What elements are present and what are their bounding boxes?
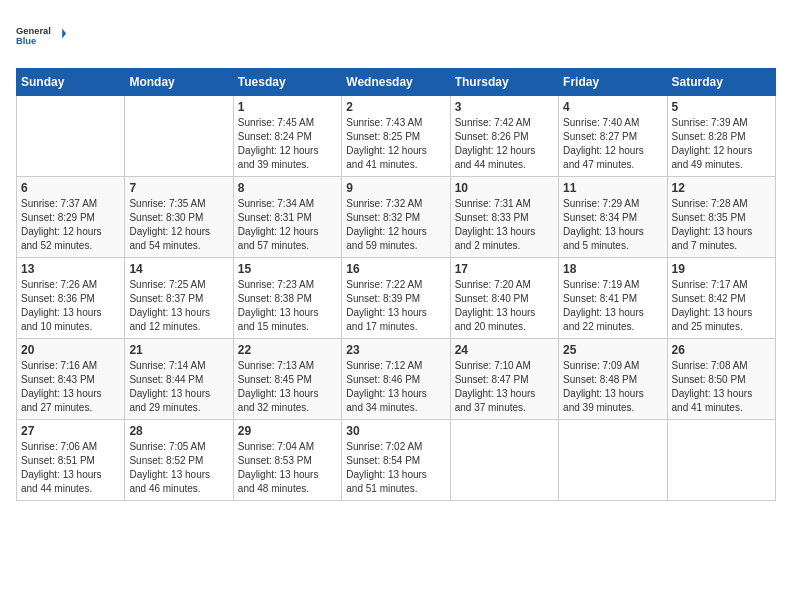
calendar-cell: 11Sunrise: 7:29 AM Sunset: 8:34 PM Dayli…	[559, 177, 667, 258]
svg-marker-2	[62, 29, 66, 39]
day-number: 17	[455, 262, 554, 276]
calendar-cell: 26Sunrise: 7:08 AM Sunset: 8:50 PM Dayli…	[667, 339, 775, 420]
calendar-cell: 3Sunrise: 7:42 AM Sunset: 8:26 PM Daylig…	[450, 96, 558, 177]
day-info: Sunrise: 7:09 AM Sunset: 8:48 PM Dayligh…	[563, 359, 662, 415]
calendar-cell: 24Sunrise: 7:10 AM Sunset: 8:47 PM Dayli…	[450, 339, 558, 420]
col-header-saturday: Saturday	[667, 69, 775, 96]
calendar-week-row: 13Sunrise: 7:26 AM Sunset: 8:36 PM Dayli…	[17, 258, 776, 339]
calendar-cell: 15Sunrise: 7:23 AM Sunset: 8:38 PM Dayli…	[233, 258, 341, 339]
calendar-cell: 7Sunrise: 7:35 AM Sunset: 8:30 PM Daylig…	[125, 177, 233, 258]
calendar-cell: 16Sunrise: 7:22 AM Sunset: 8:39 PM Dayli…	[342, 258, 450, 339]
day-info: Sunrise: 7:20 AM Sunset: 8:40 PM Dayligh…	[455, 278, 554, 334]
calendar-cell: 1Sunrise: 7:45 AM Sunset: 8:24 PM Daylig…	[233, 96, 341, 177]
day-number: 4	[563, 100, 662, 114]
logo-svg: General Blue	[16, 16, 66, 56]
calendar-cell: 6Sunrise: 7:37 AM Sunset: 8:29 PM Daylig…	[17, 177, 125, 258]
day-number: 7	[129, 181, 228, 195]
day-info: Sunrise: 7:31 AM Sunset: 8:33 PM Dayligh…	[455, 197, 554, 253]
day-number: 22	[238, 343, 337, 357]
calendar-cell: 17Sunrise: 7:20 AM Sunset: 8:40 PM Dayli…	[450, 258, 558, 339]
calendar-cell: 22Sunrise: 7:13 AM Sunset: 8:45 PM Dayli…	[233, 339, 341, 420]
day-number: 25	[563, 343, 662, 357]
calendar-cell: 30Sunrise: 7:02 AM Sunset: 8:54 PM Dayli…	[342, 420, 450, 501]
calendar-table: SundayMondayTuesdayWednesdayThursdayFrid…	[16, 68, 776, 501]
calendar-cell: 21Sunrise: 7:14 AM Sunset: 8:44 PM Dayli…	[125, 339, 233, 420]
day-info: Sunrise: 7:34 AM Sunset: 8:31 PM Dayligh…	[238, 197, 337, 253]
calendar-cell: 29Sunrise: 7:04 AM Sunset: 8:53 PM Dayli…	[233, 420, 341, 501]
day-number: 29	[238, 424, 337, 438]
day-number: 12	[672, 181, 771, 195]
day-info: Sunrise: 7:32 AM Sunset: 8:32 PM Dayligh…	[346, 197, 445, 253]
day-info: Sunrise: 7:16 AM Sunset: 8:43 PM Dayligh…	[21, 359, 120, 415]
calendar-cell: 12Sunrise: 7:28 AM Sunset: 8:35 PM Dayli…	[667, 177, 775, 258]
day-number: 9	[346, 181, 445, 195]
day-info: Sunrise: 7:23 AM Sunset: 8:38 PM Dayligh…	[238, 278, 337, 334]
day-info: Sunrise: 7:37 AM Sunset: 8:29 PM Dayligh…	[21, 197, 120, 253]
logo: General Blue	[16, 16, 66, 56]
calendar-cell	[667, 420, 775, 501]
calendar-cell: 27Sunrise: 7:06 AM Sunset: 8:51 PM Dayli…	[17, 420, 125, 501]
day-info: Sunrise: 7:40 AM Sunset: 8:27 PM Dayligh…	[563, 116, 662, 172]
day-info: Sunrise: 7:12 AM Sunset: 8:46 PM Dayligh…	[346, 359, 445, 415]
calendar-cell: 25Sunrise: 7:09 AM Sunset: 8:48 PM Dayli…	[559, 339, 667, 420]
calendar-header-row: SundayMondayTuesdayWednesdayThursdayFrid…	[17, 69, 776, 96]
day-number: 28	[129, 424, 228, 438]
day-info: Sunrise: 7:06 AM Sunset: 8:51 PM Dayligh…	[21, 440, 120, 496]
col-header-friday: Friday	[559, 69, 667, 96]
day-number: 5	[672, 100, 771, 114]
day-number: 18	[563, 262, 662, 276]
day-number: 1	[238, 100, 337, 114]
calendar-cell: 19Sunrise: 7:17 AM Sunset: 8:42 PM Dayli…	[667, 258, 775, 339]
calendar-cell: 2Sunrise: 7:43 AM Sunset: 8:25 PM Daylig…	[342, 96, 450, 177]
day-info: Sunrise: 7:45 AM Sunset: 8:24 PM Dayligh…	[238, 116, 337, 172]
day-number: 19	[672, 262, 771, 276]
calendar-week-row: 27Sunrise: 7:06 AM Sunset: 8:51 PM Dayli…	[17, 420, 776, 501]
calendar-cell	[450, 420, 558, 501]
day-info: Sunrise: 7:29 AM Sunset: 8:34 PM Dayligh…	[563, 197, 662, 253]
calendar-cell	[559, 420, 667, 501]
day-number: 23	[346, 343, 445, 357]
col-header-wednesday: Wednesday	[342, 69, 450, 96]
calendar-week-row: 6Sunrise: 7:37 AM Sunset: 8:29 PM Daylig…	[17, 177, 776, 258]
day-number: 13	[21, 262, 120, 276]
day-info: Sunrise: 7:39 AM Sunset: 8:28 PM Dayligh…	[672, 116, 771, 172]
calendar-cell: 8Sunrise: 7:34 AM Sunset: 8:31 PM Daylig…	[233, 177, 341, 258]
calendar-cell	[17, 96, 125, 177]
svg-text:Blue: Blue	[16, 36, 36, 46]
col-header-tuesday: Tuesday	[233, 69, 341, 96]
calendar-cell: 14Sunrise: 7:25 AM Sunset: 8:37 PM Dayli…	[125, 258, 233, 339]
col-header-thursday: Thursday	[450, 69, 558, 96]
col-header-monday: Monday	[125, 69, 233, 96]
day-info: Sunrise: 7:02 AM Sunset: 8:54 PM Dayligh…	[346, 440, 445, 496]
day-info: Sunrise: 7:42 AM Sunset: 8:26 PM Dayligh…	[455, 116, 554, 172]
day-number: 8	[238, 181, 337, 195]
calendar-cell: 20Sunrise: 7:16 AM Sunset: 8:43 PM Dayli…	[17, 339, 125, 420]
calendar-week-row: 1Sunrise: 7:45 AM Sunset: 8:24 PM Daylig…	[17, 96, 776, 177]
calendar-cell	[125, 96, 233, 177]
day-number: 14	[129, 262, 228, 276]
calendar-cell: 9Sunrise: 7:32 AM Sunset: 8:32 PM Daylig…	[342, 177, 450, 258]
day-number: 6	[21, 181, 120, 195]
calendar-week-row: 20Sunrise: 7:16 AM Sunset: 8:43 PM Dayli…	[17, 339, 776, 420]
day-info: Sunrise: 7:43 AM Sunset: 8:25 PM Dayligh…	[346, 116, 445, 172]
svg-text:General: General	[16, 26, 51, 36]
day-number: 27	[21, 424, 120, 438]
col-header-sunday: Sunday	[17, 69, 125, 96]
day-info: Sunrise: 7:25 AM Sunset: 8:37 PM Dayligh…	[129, 278, 228, 334]
day-number: 20	[21, 343, 120, 357]
day-info: Sunrise: 7:05 AM Sunset: 8:52 PM Dayligh…	[129, 440, 228, 496]
day-info: Sunrise: 7:26 AM Sunset: 8:36 PM Dayligh…	[21, 278, 120, 334]
calendar-cell: 18Sunrise: 7:19 AM Sunset: 8:41 PM Dayli…	[559, 258, 667, 339]
header: General Blue	[16, 16, 776, 56]
day-info: Sunrise: 7:17 AM Sunset: 8:42 PM Dayligh…	[672, 278, 771, 334]
day-info: Sunrise: 7:10 AM Sunset: 8:47 PM Dayligh…	[455, 359, 554, 415]
day-info: Sunrise: 7:14 AM Sunset: 8:44 PM Dayligh…	[129, 359, 228, 415]
day-info: Sunrise: 7:28 AM Sunset: 8:35 PM Dayligh…	[672, 197, 771, 253]
day-number: 16	[346, 262, 445, 276]
calendar-cell: 10Sunrise: 7:31 AM Sunset: 8:33 PM Dayli…	[450, 177, 558, 258]
calendar-cell: 5Sunrise: 7:39 AM Sunset: 8:28 PM Daylig…	[667, 96, 775, 177]
calendar-cell: 23Sunrise: 7:12 AM Sunset: 8:46 PM Dayli…	[342, 339, 450, 420]
day-info: Sunrise: 7:22 AM Sunset: 8:39 PM Dayligh…	[346, 278, 445, 334]
day-info: Sunrise: 7:35 AM Sunset: 8:30 PM Dayligh…	[129, 197, 228, 253]
day-number: 11	[563, 181, 662, 195]
